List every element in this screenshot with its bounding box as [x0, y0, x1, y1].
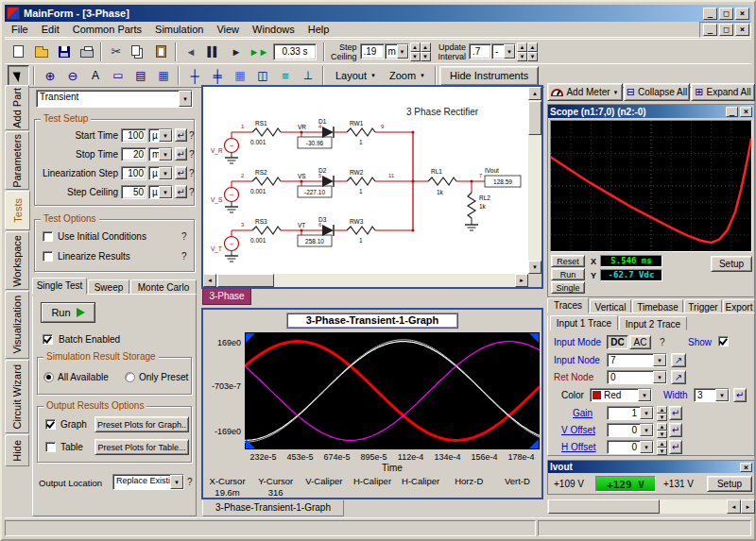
input-node-combo[interactable]: 7 ▼ — [607, 353, 667, 367]
maximize-button[interactable]: □ — [719, 8, 733, 20]
sidebar-tab-tests[interactable]: Tests — [5, 191, 30, 230]
ivout-setup-button[interactable]: Setup — [707, 476, 752, 492]
apply-button[interactable]: ↵ — [175, 185, 187, 198]
apply-button[interactable]: ↵ — [175, 128, 187, 142]
batch-enabled-checkbox[interactable] — [43, 334, 53, 345]
dropdown-arrow-icon[interactable]: ▼ — [653, 354, 666, 366]
graph-output-checkbox[interactable] — [45, 419, 56, 430]
help-link[interactable]: ? — [181, 251, 187, 262]
input-node-picker-button[interactable]: ↗ — [671, 353, 686, 367]
dropdown-arrow-icon[interactable]: ▼ — [170, 475, 183, 489]
update-interval-input[interactable]: .7 — [469, 43, 491, 59]
save-icon[interactable] — [53, 42, 75, 62]
use-initial-conditions-checkbox[interactable] — [43, 231, 53, 242]
tab-input2-trace[interactable]: Input 2 Trace — [619, 316, 687, 330]
schematic-vscrollbar[interactable]: ▲ ▼ — [528, 87, 541, 274]
mdi-close-button[interactable]: × — [735, 24, 749, 36]
apply-button[interactable]: ↵ — [669, 423, 682, 437]
new-document-icon[interactable] — [8, 42, 29, 62]
linearize-results-checkbox[interactable] — [43, 251, 53, 262]
minimize-button[interactable]: _ — [703, 8, 717, 20]
sidebar-tab-hide[interactable]: Hide — [5, 434, 29, 466]
scroll-down-icon[interactable]: ▼ — [528, 261, 541, 274]
help-link[interactable]: ? — [181, 231, 187, 242]
run-fast-icon[interactable]: ►► — [248, 42, 269, 62]
scroll-right-icon[interactable]: ► — [515, 274, 528, 287]
bus-tool-icon[interactable]: ╪ — [206, 65, 228, 86]
width-combo[interactable]: 3 ▼ — [694, 388, 730, 402]
gain-combo[interactable]: 1 ▼ — [607, 406, 654, 420]
spin-down-icon[interactable]: ▼ — [657, 414, 667, 421]
ivout-close-button[interactable]: × — [740, 463, 752, 472]
v-offset-combo[interactable]: 0 ▼ — [607, 423, 654, 437]
apply-button[interactable]: ↵ — [669, 440, 682, 454]
tab-single-test[interactable]: Single Test — [32, 278, 87, 295]
menu-simulation[interactable]: Simulation — [148, 23, 210, 36]
analysis-type-combo[interactable]: Transient ▼ — [36, 90, 193, 108]
tab-traces[interactable]: Traces — [547, 297, 589, 313]
scrollbar-thumb[interactable] — [528, 101, 541, 135]
dropdown-arrow-icon[interactable]: ▼ — [159, 167, 172, 179]
spin-up-icon[interactable]: ▲ — [657, 423, 667, 431]
dropdown-arrow-icon[interactable]: ▼ — [159, 129, 172, 142]
sidebar-tab-circuit-wizard[interactable]: Circuit Wizard — [5, 360, 29, 433]
preset-plots-table-button[interactable]: Preset Plots for Table... — [94, 439, 189, 455]
tab-timebase[interactable]: Timebase — [632, 299, 683, 313]
step-back-icon[interactable]: ◄ — [180, 42, 201, 62]
scroll-left-icon[interactable]: ◄ — [727, 499, 741, 514]
cursor-handle-top-left[interactable] — [246, 333, 255, 343]
schematic-hscrollbar[interactable]: ◄ ► — [203, 274, 528, 287]
sidebar-tab-workspace[interactable]: Workspace — [5, 231, 29, 290]
mdi-restore-button[interactable]: □ — [719, 24, 733, 36]
select-cursor-icon[interactable] — [8, 65, 29, 86]
spin-down-icon[interactable]: ▼ — [527, 52, 538, 61]
apply-button[interactable]: ↵ — [175, 147, 187, 161]
menu-view[interactable]: View — [210, 23, 246, 36]
table-output-checkbox[interactable] — [45, 442, 56, 452]
start-time-input[interactable]: 100 — [121, 128, 146, 143]
tab-input1-trace[interactable]: Input 1 Trace — [550, 315, 618, 330]
ret-node-combo[interactable]: 0 ▼ — [607, 370, 667, 384]
scrollbar-thumb[interactable] — [548, 499, 660, 514]
layers-icon[interactable]: ≡ — [274, 65, 296, 86]
output-location-combo[interactable]: Replace Existing ▼ — [112, 474, 184, 490]
collapse-all-button[interactable]: ⊟ Collapse All — [624, 83, 690, 101]
paste-icon[interactable] — [150, 42, 172, 62]
schematic-canvas[interactable]: 3 Phase Rectifier ~~~ RS1 0.001 D1 RW1 1… — [203, 87, 528, 274]
menu-file[interactable]: File — [5, 23, 35, 36]
spin-down-icon[interactable]: ▼ — [657, 431, 667, 438]
dropdown-arrow-icon[interactable]: ▼ — [397, 44, 408, 59]
help-link[interactable]: ? — [189, 187, 195, 197]
graph-plot-area[interactable] — [245, 332, 540, 449]
step-ceiling-unit-combo[interactable]: m ▼ — [385, 43, 409, 59]
hide-instruments-button[interactable]: Hide Instruments — [439, 66, 539, 86]
apply-button[interactable]: ↵ — [733, 388, 747, 402]
copy-icon[interactable] — [128, 42, 149, 62]
cut-icon[interactable]: ✂ — [105, 42, 127, 62]
dropdown-arrow-icon[interactable]: ▼ — [715, 389, 729, 401]
spin-up-icon[interactable]: ▲ — [657, 440, 667, 448]
step-ceiling-unit-row-combo[interactable]: µ▼ — [148, 185, 173, 199]
scope-minimize-button[interactable]: _ — [726, 107, 738, 117]
spin-down-icon[interactable]: ▼ — [421, 52, 431, 61]
only-preset-radio[interactable] — [125, 372, 135, 382]
ac-mode-button[interactable]: AC — [629, 335, 651, 349]
scrollbar-thumb[interactable] — [217, 274, 274, 287]
ground-tool-icon[interactable]: ⊥ — [297, 65, 318, 86]
sidebar-tab-parameters[interactable]: Parameters — [5, 131, 29, 190]
instruments-hscrollbar[interactable]: ◄ ► — [547, 499, 755, 514]
scope-single-button[interactable]: Single — [551, 281, 585, 294]
stop-time-input[interactable]: 20 — [121, 147, 146, 161]
help-link[interactable]: ? — [187, 477, 193, 487]
ret-node-picker-button[interactable]: ↗ — [671, 370, 686, 384]
scope-reset-button[interactable]: Reset — [551, 255, 585, 267]
run-button[interactable]: Run — [41, 302, 95, 323]
color-combo[interactable]: Red ▼ — [590, 388, 652, 402]
sidebar-tab-visualization[interactable]: Visualization — [5, 291, 29, 359]
component-tool-icon[interactable]: ◫ — [251, 65, 273, 86]
dc-mode-button[interactable]: DC — [607, 335, 628, 349]
apply-button[interactable]: ↵ — [669, 406, 682, 420]
graph-sheet-tab[interactable]: 3-Phase-Transient-1-Graph — [202, 500, 344, 516]
step-forward-icon[interactable]: ► — [225, 42, 247, 62]
scope-close-button[interactable]: × — [740, 107, 752, 117]
